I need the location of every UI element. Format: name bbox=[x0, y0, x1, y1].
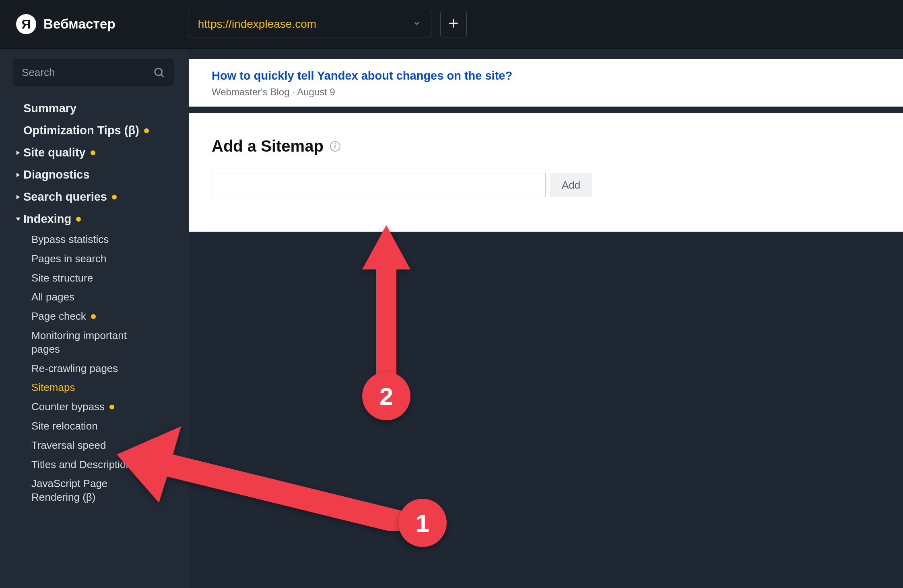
brand: Я Вебмастер bbox=[16, 14, 115, 34]
nav-bypass-statistics[interactable]: Bypass statistics bbox=[21, 230, 176, 249]
nav-label: JavaScript Page Rendering (β) bbox=[31, 477, 146, 504]
caret-right-icon bbox=[14, 194, 22, 200]
dot-indicator-icon bbox=[91, 314, 96, 319]
info-icon[interactable]: i bbox=[330, 141, 340, 152]
nav-site-quality[interactable]: Site quality bbox=[13, 142, 176, 164]
add-sitemap-panel: Add a Sitemap i Add bbox=[189, 113, 903, 232]
nav-page-check[interactable]: Page check bbox=[21, 307, 176, 326]
site-selector-url: https://indexplease.com bbox=[198, 18, 316, 31]
nav-label: Traversal speed bbox=[31, 439, 106, 452]
dot-indicator-icon bbox=[112, 195, 117, 199]
brand-name: Вебмастер bbox=[43, 16, 115, 32]
panel-title: Add a Sitemap bbox=[212, 137, 324, 155]
dot-indicator-icon bbox=[109, 405, 114, 409]
main-content: How to quickly tell Yandex about changes… bbox=[189, 49, 903, 588]
caret-down-icon bbox=[14, 216, 22, 222]
nav-label: All pages bbox=[31, 290, 74, 304]
svg-point-2 bbox=[155, 68, 162, 76]
nav-label: Sitemaps bbox=[31, 381, 75, 395]
banner-title: How to quickly tell Yandex about changes… bbox=[212, 69, 880, 82]
sidebar: Summary Optimization Tips (β) Site quali… bbox=[0, 49, 189, 588]
nav-label: Counter bypass bbox=[31, 400, 105, 414]
svg-marker-4 bbox=[16, 150, 20, 155]
nav-site-relocation[interactable]: Site relocation bbox=[21, 417, 176, 436]
svg-line-3 bbox=[161, 74, 163, 77]
header-bar: Я Вебмастер https://indexplease.com bbox=[0, 0, 903, 49]
nav-traversal-speed[interactable]: Traversal speed bbox=[21, 436, 176, 455]
dot-indicator-icon bbox=[142, 462, 146, 467]
nav-indexing-children: Bypass statistics Pages in search Site s… bbox=[13, 230, 176, 507]
nav-label: Search queries bbox=[23, 190, 107, 204]
nav-titles-descriptions[interactable]: Titles and Descriptions bbox=[21, 455, 176, 475]
sidebar-search[interactable] bbox=[13, 59, 174, 86]
nav-pages-in-search[interactable]: Pages in search bbox=[21, 249, 176, 269]
svg-marker-7 bbox=[16, 217, 20, 220]
brand-letter: Я bbox=[22, 17, 31, 32]
nav-label: Site relocation bbox=[31, 419, 98, 433]
add-sitemap-button[interactable]: Add bbox=[550, 173, 592, 197]
nav-label: Site structure bbox=[31, 271, 93, 285]
nav-all-pages[interactable]: All pages bbox=[21, 288, 176, 307]
add-site-button[interactable] bbox=[440, 11, 467, 37]
site-selector[interactable]: https://indexplease.com bbox=[188, 11, 431, 37]
nav-label: Page check bbox=[31, 310, 86, 323]
nav-indexing[interactable]: Indexing bbox=[13, 208, 176, 230]
nav-monitoring-important-pages[interactable]: Monitoring important pages bbox=[21, 326, 158, 359]
nav-label: Monitoring important pages bbox=[31, 329, 156, 356]
dot-indicator-icon bbox=[76, 217, 81, 222]
banner-subtitle: Webmaster's Blog · August 9 bbox=[212, 86, 880, 98]
nav-label: Site quality bbox=[23, 146, 86, 159]
chevron-down-icon bbox=[412, 19, 421, 29]
yandex-logo-icon: Я bbox=[16, 14, 36, 34]
search-input[interactable] bbox=[22, 66, 142, 79]
nav-label: Optimization Tips (β) bbox=[23, 124, 139, 137]
nav-counter-bypass[interactable]: Counter bypass bbox=[21, 397, 176, 417]
nav-summary[interactable]: Summary bbox=[13, 97, 176, 119]
nav-label: Diagnostics bbox=[23, 168, 89, 181]
svg-marker-6 bbox=[16, 195, 20, 199]
plus-icon bbox=[448, 18, 459, 31]
nav-label: Bypass statistics bbox=[31, 233, 109, 247]
caret-right-icon bbox=[14, 150, 22, 156]
nav-javascript-rendering[interactable]: JavaScript Page Rendering (β) bbox=[21, 474, 158, 507]
svg-marker-5 bbox=[16, 173, 20, 177]
nav-label: Summary bbox=[23, 102, 76, 115]
nav-label: Indexing bbox=[23, 212, 71, 226]
sidebar-nav: Summary Optimization Tips (β) Site quali… bbox=[13, 97, 176, 507]
blog-banner[interactable]: How to quickly tell Yandex about changes… bbox=[189, 59, 903, 107]
nav-site-structure[interactable]: Site structure bbox=[21, 269, 176, 288]
nav-diagnostics[interactable]: Diagnostics bbox=[13, 164, 176, 186]
dot-indicator-icon bbox=[151, 488, 156, 493]
nav-recrawling-pages[interactable]: Re-crawling pages bbox=[21, 359, 176, 378]
nav-sitemaps[interactable]: Sitemaps bbox=[21, 378, 176, 397]
sitemap-url-input[interactable] bbox=[212, 173, 546, 197]
dot-indicator-icon bbox=[144, 128, 149, 133]
nav-label: Titles and Descriptions bbox=[31, 458, 137, 472]
nav-label: Pages in search bbox=[31, 252, 106, 266]
dot-indicator-icon bbox=[91, 150, 95, 155]
nav-label: Re-crawling pages bbox=[31, 362, 118, 376]
nav-optimization-tips[interactable]: Optimization Tips (β) bbox=[13, 119, 176, 142]
nav-search-queries[interactable]: Search queries bbox=[13, 186, 176, 208]
caret-right-icon bbox=[14, 172, 22, 178]
search-icon bbox=[153, 66, 165, 78]
